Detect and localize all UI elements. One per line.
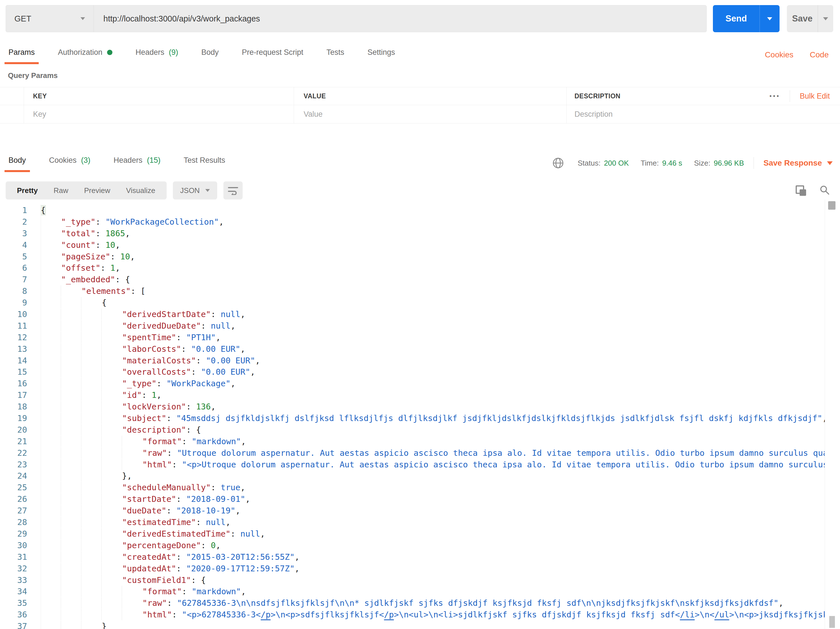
- code-line[interactable]: 20"description": {: [0, 424, 825, 436]
- code-line[interactable]: 10"derivedStartDate": null,: [0, 308, 825, 320]
- line-content: "raw": "Utroque dolorum aspernatur. Aut …: [41, 447, 825, 459]
- code-line[interactable]: 18"lockVersion": 136,: [0, 401, 825, 412]
- code-line[interactable]: 8"elements": [: [0, 285, 825, 297]
- line-number: 9: [0, 297, 27, 308]
- save-response-button[interactable]: Save Response: [763, 158, 833, 168]
- code-link[interactable]: Code: [810, 50, 829, 59]
- code-line[interactable]: 30"percentageDone": 0,: [0, 540, 825, 551]
- view-preview[interactable]: Preview: [76, 186, 118, 195]
- globe-icon[interactable]: [552, 156, 565, 169]
- code-line[interactable]: 13"laborCosts": "0.00 EUR",: [0, 343, 825, 355]
- code-line[interactable]: 27"dueDate": "2018-10-19",: [0, 505, 825, 517]
- response-tabs: BodyCookies(3)Headers(15)Test Results: [7, 156, 247, 172]
- code-line[interactable]: 36"html": "<p>627845336-3</p>\n<p>sdfsjf…: [0, 609, 825, 621]
- url-box: GET http://localhost:3000/api/v3/work_pa…: [6, 5, 707, 32]
- code-line[interactable]: 33"customField1": {: [0, 574, 825, 586]
- code-line[interactable]: 26"startDate": "2018-09-01",: [0, 493, 825, 505]
- code-line[interactable]: 2"_type": "WorkPackageCollection",: [0, 216, 825, 228]
- code-line[interactable]: 23"html": "<p>Utroque dolorum aspernatur…: [0, 459, 825, 471]
- tab-authorization[interactable]: Authorization: [57, 48, 114, 64]
- response-tab-cookies[interactable]: Cookies(3): [48, 156, 92, 172]
- status-label: Status:: [578, 159, 600, 168]
- description-input[interactable]: Description: [575, 110, 613, 119]
- line-content: "offset": 1,: [41, 262, 825, 274]
- code-line[interactable]: 29"derivedEstimatedTime": null,: [0, 528, 825, 540]
- response-tab-headers[interactable]: Headers(15): [112, 156, 161, 172]
- line-number: 31: [0, 551, 27, 563]
- save-button[interactable]: Save: [787, 5, 818, 32]
- code-line[interactable]: 17"id": 1,: [0, 389, 825, 401]
- params-header-row: KEY VALUE DESCRIPTION ••• Bulk Edit: [0, 87, 840, 105]
- line-number: 12: [0, 332, 27, 343]
- line-number: 27: [0, 505, 27, 517]
- send-options-button[interactable]: [759, 5, 780, 32]
- code-line[interactable]: 25"scheduleManually": true,: [0, 482, 825, 493]
- time-value: 9.46 s: [662, 159, 682, 168]
- line-content: "dueDate": "2018-10-19",: [41, 505, 825, 517]
- wrap-lines-button[interactable]: [223, 182, 243, 199]
- tab-label: Body: [201, 48, 219, 57]
- code-line[interactable]: 11"derivedDueDate": null,: [0, 320, 825, 332]
- tab-pre-request-script[interactable]: Pre-request Script: [241, 48, 305, 64]
- bulk-edit-link[interactable]: Bulk Edit: [800, 92, 830, 101]
- view-visualize[interactable]: Visualize: [118, 186, 163, 195]
- line-number: 11: [0, 320, 27, 332]
- view-raw[interactable]: Raw: [46, 186, 76, 195]
- tab-tests[interactable]: Tests: [325, 48, 346, 64]
- cookies-link[interactable]: Cookies: [765, 50, 793, 59]
- code-line[interactable]: 34"format": "markdown",: [0, 586, 825, 597]
- copy-icon[interactable]: [796, 185, 806, 196]
- code-line[interactable]: 6"offset": 1,: [0, 262, 825, 274]
- code-line[interactable]: 15"overallCosts": "0.00 EUR",: [0, 366, 825, 378]
- line-number: 29: [0, 528, 27, 540]
- line-content: "count": 10,: [41, 239, 825, 251]
- value-input[interactable]: Value: [304, 110, 322, 119]
- code-line[interactable]: 16"_type": "WorkPackage",: [0, 378, 825, 389]
- response-tab-test-results[interactable]: Test Results: [182, 156, 226, 172]
- language-select[interactable]: JSON: [173, 182, 217, 199]
- method-select[interactable]: GET: [6, 5, 94, 32]
- line-number: 28: [0, 517, 27, 528]
- code-line[interactable]: 31"createdAt": "2015-03-20T12:56:55Z",: [0, 551, 825, 563]
- line-content: "format": "markdown",: [41, 436, 825, 447]
- code-line[interactable]: 5"pageSize": 10,: [0, 251, 825, 262]
- code-line[interactable]: 4"count": 10,: [0, 239, 825, 251]
- line-number: 20: [0, 424, 27, 436]
- save-options-button[interactable]: [818, 5, 833, 32]
- line-content: "html": "<p>Utroque dolorum aspernatur. …: [41, 459, 825, 471]
- key-input[interactable]: Key: [33, 110, 46, 119]
- line-content: "pageSize": 10,: [41, 251, 825, 262]
- code-line[interactable]: 22"raw": "Utroque dolorum aspernatur. Au…: [0, 447, 825, 459]
- code-line[interactable]: 37}: [0, 621, 825, 629]
- line-content: "derivedStartDate": null,: [41, 308, 825, 320]
- response-tab-body[interactable]: Body: [7, 156, 27, 172]
- code-line[interactable]: 21"format": "markdown",: [0, 436, 825, 447]
- code-line[interactable]: 28"estimatedTime": null,: [0, 517, 825, 528]
- code-line[interactable]: 1{: [0, 205, 825, 216]
- line-number: 13: [0, 343, 27, 355]
- chevron-down-icon: [205, 189, 210, 192]
- tab-params[interactable]: Params: [7, 48, 36, 64]
- code-line[interactable]: 7"_embedded": {: [0, 274, 825, 285]
- code-line[interactable]: 24},: [0, 470, 825, 482]
- code-line[interactable]: 32"updatedAt": "2020-09-17T12:59:57Z",: [0, 563, 825, 574]
- code-editor[interactable]: 1{2"_type": "WorkPackageCollection",3"to…: [0, 205, 825, 629]
- scrollbar-thumb[interactable]: [828, 201, 835, 210]
- tab-headers[interactable]: Headers(9): [134, 48, 179, 64]
- scrollbar-marker: [829, 616, 835, 628]
- code-line[interactable]: 12"spentTime": "PT1H",: [0, 332, 825, 343]
- divider: [753, 157, 754, 169]
- url-input[interactable]: http://localhost:3000/api/v3/work_packag…: [94, 5, 706, 32]
- code-line[interactable]: 3"total": 1865,: [0, 228, 825, 239]
- tab-body[interactable]: Body: [200, 48, 220, 64]
- more-options-icon[interactable]: •••: [769, 92, 780, 100]
- search-icon[interactable]: [819, 185, 830, 196]
- tab-settings[interactable]: Settings: [366, 48, 396, 64]
- code-line[interactable]: 14"materialCosts": "0.00 EUR",: [0, 355, 825, 367]
- query-params-title: Query Params: [8, 71, 58, 80]
- code-line[interactable]: 35"raw": "627845336-3\n\nsdfsjflksjfklsj…: [0, 597, 825, 609]
- code-line[interactable]: 19"subject": "45msddsj dsjfkldjslkfj dsl…: [0, 412, 825, 424]
- view-pretty[interactable]: Pretty: [9, 186, 46, 195]
- code-line[interactable]: 9{: [0, 297, 825, 308]
- send-button[interactable]: Send: [713, 5, 759, 32]
